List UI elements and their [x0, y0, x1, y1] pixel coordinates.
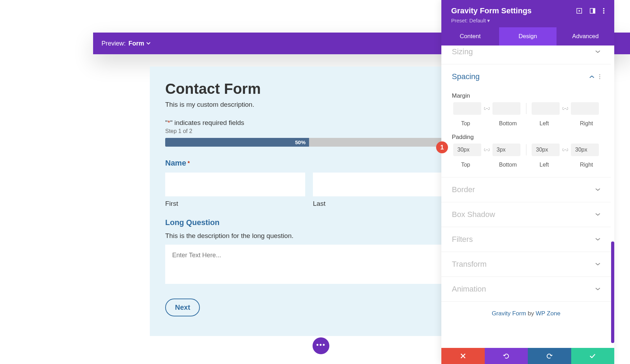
panel-actions — [441, 348, 614, 364]
dim-label-top: Top — [461, 120, 470, 127]
divider — [526, 103, 526, 114]
form-preview-area: Contact Form This is my custom descripti… — [150, 66, 468, 336]
undo-button[interactable] — [485, 348, 528, 364]
redo-icon — [546, 353, 553, 359]
form-description: This is my custom description. — [165, 101, 453, 108]
ellipsis-icon: ••• — [316, 341, 326, 349]
padding-label: Padding — [452, 134, 600, 141]
link-icon[interactable] — [484, 144, 490, 156]
section-title: Filters — [452, 235, 473, 244]
link-icon[interactable] — [562, 144, 568, 156]
save-button[interactable] — [571, 348, 615, 364]
section-spacing[interactable]: Spacing — [441, 64, 611, 89]
name-field-row: First Last — [165, 173, 453, 208]
next-button[interactable]: Next — [165, 299, 200, 316]
section-title: Box Shadow — [452, 210, 495, 219]
step-indicator: Step 1 of 2 — [165, 128, 453, 134]
dim-label-left: Left — [540, 162, 549, 168]
tab-content[interactable]: Content — [441, 27, 499, 46]
undo-icon — [503, 353, 509, 359]
section-animation[interactable]: Animation — [441, 277, 611, 302]
margin-bottom-input[interactable] — [492, 102, 520, 115]
link-icon[interactable] — [484, 102, 490, 115]
dock-icon[interactable] — [590, 8, 595, 14]
scrollbar[interactable] — [611, 241, 614, 343]
chevron-down-icon — [595, 238, 600, 241]
progress-percent: 50% — [295, 139, 306, 145]
chevron-down-icon — [595, 213, 600, 216]
chevron-down-icon — [146, 42, 150, 45]
section-border[interactable]: Border — [441, 177, 611, 202]
expand-icon[interactable] — [576, 8, 582, 14]
dim-label-bottom: Bottom — [499, 162, 517, 168]
svg-point-8 — [599, 76, 600, 77]
svg-point-6 — [603, 12, 604, 14]
last-name-input[interactable] — [313, 173, 453, 196]
margin-right-input[interactable] — [571, 102, 599, 115]
section-title: Transform — [452, 260, 486, 269]
asterisk-icon: * — [188, 160, 190, 166]
tab-design[interactable]: Design — [499, 27, 557, 46]
chevron-down-icon — [595, 263, 600, 266]
more-options-fab[interactable]: ••• — [313, 337, 329, 354]
close-icon — [461, 354, 465, 358]
panel-title: Gravity Form Settings — [451, 6, 532, 15]
credit-link-gravity-form[interactable]: Gravity Form — [492, 310, 526, 317]
svg-point-7 — [599, 74, 600, 75]
panel-tabs: Content Design Advanced — [441, 27, 614, 46]
panel-credit: Gravity Form by WP Zone — [441, 302, 611, 327]
long-question-description: This is the description for the long que… — [165, 232, 453, 240]
preset-dropdown[interactable]: Preset: Default ▾ — [451, 18, 604, 24]
section-transform[interactable]: Transform — [441, 252, 611, 277]
section-sizing[interactable]: Sizing — [441, 46, 611, 64]
progress-fill: 50% — [165, 138, 309, 147]
link-icon[interactable] — [562, 102, 568, 115]
kebab-icon[interactable] — [603, 8, 604, 14]
chevron-down-icon — [595, 188, 600, 191]
dim-label-top: Top — [461, 162, 470, 168]
kebab-icon[interactable] — [599, 74, 600, 79]
svg-rect-3 — [593, 8, 595, 13]
last-name-sublabel: Last — [313, 200, 453, 208]
section-title: Sizing — [452, 47, 473, 56]
svg-point-9 — [599, 78, 600, 79]
credit-link-wp-zone[interactable]: WP Zone — [536, 310, 561, 317]
section-filters[interactable]: Filters — [441, 227, 611, 252]
svg-point-5 — [603, 10, 604, 12]
chevron-up-icon — [589, 75, 594, 78]
section-box-shadow[interactable]: Box Shadow — [441, 202, 611, 227]
close-button[interactable] — [441, 348, 485, 364]
preview-dropdown[interactable]: Form — [128, 40, 150, 47]
margin-top-input[interactable] — [453, 102, 481, 115]
tab-advanced[interactable]: Advanced — [556, 27, 614, 46]
redo-button[interactable] — [528, 348, 571, 364]
spacing-controls: Margin — [441, 89, 611, 177]
form-title: Contact Form — [165, 80, 453, 97]
margin-left-input[interactable] — [532, 102, 560, 115]
check-icon — [590, 354, 595, 358]
first-name-sublabel: First — [165, 200, 305, 208]
panel-header: Gravity Form Settings Preset: Default ▾ — [441, 0, 614, 27]
name-field-label: Name* — [165, 159, 453, 168]
long-question-label: Long Question — [165, 218, 453, 227]
dim-label-left: Left — [540, 120, 549, 127]
svg-point-1 — [579, 10, 580, 12]
dim-label-right: Right — [580, 162, 593, 168]
settings-panel: Gravity Form Settings Preset: Default ▾ … — [441, 0, 614, 364]
padding-right-input[interactable] — [571, 144, 599, 156]
padding-left-input[interactable] — [532, 144, 560, 156]
section-title: Spacing — [452, 72, 480, 81]
padding-bottom-input[interactable] — [492, 144, 520, 156]
panel-body: Sizing Spacing Margin — [441, 46, 614, 348]
padding-top-input[interactable] — [453, 144, 481, 156]
margin-label: Margin — [452, 92, 600, 99]
credit-by: by — [526, 310, 536, 317]
first-name-input[interactable] — [165, 173, 305, 196]
section-title: Animation — [452, 285, 486, 294]
required-fields-note: "*" indicates required fields — [165, 119, 453, 127]
dim-label-right: Right — [580, 120, 593, 127]
preview-value: Form — [128, 40, 144, 47]
preview-label: Preview: — [102, 40, 126, 47]
chevron-down-icon — [595, 50, 600, 53]
long-question-textarea[interactable] — [165, 245, 453, 284]
